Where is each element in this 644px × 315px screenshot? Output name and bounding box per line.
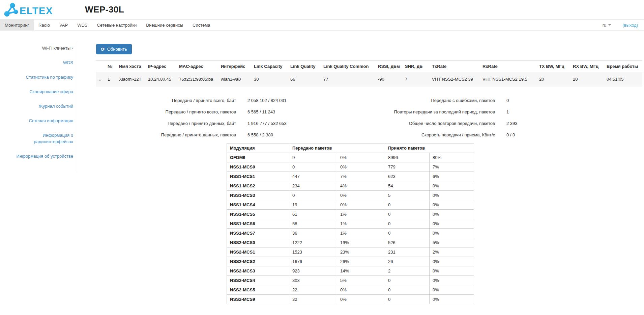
sidebar-item-device-info[interactable]: Информация об устройстве: [17, 149, 73, 163]
clients-col-header-6: Link Quality: [288, 61, 321, 72]
modulation-value: 0%: [430, 285, 474, 295]
modulation-name: NSS1-MCS1: [227, 172, 289, 181]
client-cell-4: wlan1-va0: [219, 72, 252, 86]
modulation-value: 32: [289, 295, 337, 304]
modulation-value: 1222: [289, 238, 337, 247]
modulation-value: 0%: [430, 266, 474, 276]
client-row[interactable]: ⌄ 1Xiaomi-12T10.24.80.4576:f2:31:98:05:b…: [96, 72, 642, 86]
refresh-button-label: Обновить: [107, 47, 127, 52]
tab-external-services[interactable]: Внешние сервисы: [141, 20, 188, 30]
modulation-value: 526: [385, 238, 430, 247]
modulation-value: 26%: [337, 257, 385, 266]
modulation-value: 14%: [337, 266, 385, 276]
modulation-value: 0%: [430, 295, 474, 304]
modulation-value: 19: [289, 200, 337, 210]
main-nav: МониторингRadioVAPWDSСетевые настройкиВн…: [0, 19, 644, 31]
brand-text: ELTEX: [20, 5, 53, 16]
client-cell-2: 10.24.80.45: [146, 72, 177, 86]
sidebar-item-traffic-stats[interactable]: Статистика по трафику: [26, 70, 73, 84]
modulation-value: 623: [385, 172, 430, 181]
client-cell-9: 7: [403, 72, 430, 86]
client-cell-13: 20: [571, 72, 605, 86]
app-header: ELTEX WEP-30L: [0, 0, 644, 19]
refresh-button[interactable]: ⟳ Обновить: [96, 44, 132, 54]
modulation-row-NSS1-MCS5: NSS1-MCS5611%00%: [227, 210, 474, 219]
modulation-value: 0%: [430, 210, 474, 219]
client-cell-3: 76:f2:31:98:05:ba: [177, 72, 219, 86]
modulation-row-OFDM6: OFDM690%899680%: [227, 153, 474, 162]
nav-tabs: МониторингRadioVAPWDSСетевые настройкиВн…: [0, 20, 215, 30]
modulation-table-body: OFDM690%899680%NSS1-MCS000%7797%NSS1-MCS…: [227, 153, 474, 304]
tab-network-settings[interactable]: Сетевые настройки: [92, 20, 141, 30]
stat-label: Общее число повторов передачи, пакетов: [320, 121, 495, 126]
modulation-value: 0%: [337, 200, 385, 210]
chevron-down-icon: [608, 24, 611, 26]
tab-radio[interactable]: Radio: [34, 20, 55, 30]
sidebar-item-radio-info[interactable]: Информация о радиоинтерфейсах: [10, 128, 73, 149]
modulation-value: 26: [385, 257, 430, 266]
modulation-value: 5%: [337, 276, 385, 285]
expand-column-header: [96, 61, 106, 72]
page-title: WEP-30L: [85, 4, 124, 15]
modulation-value: 54: [385, 181, 430, 191]
stat-label: Передано / принято данных, байт: [96, 121, 236, 126]
modulation-row-NSS2-MCS2: NSS2-MCS2167626%260%: [227, 257, 474, 266]
sidebar-item-event-log[interactable]: Журнал событий: [39, 99, 73, 113]
modulation-row-NSS1-MCS4: NSS1-MCS4190%00%: [227, 200, 474, 210]
modulation-name: NSS1-MCS4: [227, 200, 289, 210]
expand-cell[interactable]: ⌄: [96, 72, 106, 86]
modulation-value: 779: [385, 162, 430, 172]
clients-col-header-5: Link Capacity: [252, 61, 288, 72]
expand-chevron-icon[interactable]: ⌄: [98, 78, 102, 81]
stat-value: 2 393: [495, 121, 518, 126]
clients-table: №Имя хостаIP-адресMAC-адресИнтерфейсLink…: [96, 60, 642, 86]
modulation-value: 0%: [430, 276, 474, 285]
modulation-row-NSS2-MCS3: NSS2-MCS392314%20%: [227, 266, 474, 276]
modulation-value: 22: [289, 285, 337, 295]
modulation-row-NSS2-MCS1: NSS2-MCS1152323%2312%: [227, 247, 474, 257]
modulation-value: 0: [385, 295, 430, 304]
modulation-value: 58: [289, 219, 337, 229]
modulation-value: 7%: [430, 162, 474, 172]
modulation-value: 6%: [430, 172, 474, 181]
main-content: ⟳ Обновить №Имя хостаIP-адресMAC-адресИн…: [78, 31, 644, 315]
sidebar-item-network-info[interactable]: Сетевая информация: [29, 113, 73, 128]
modulation-value: 0%: [337, 285, 385, 295]
logout-link[interactable]: (выход): [622, 23, 638, 28]
modulation-header-row: Модуляция Передано пакетов Принято пакет…: [227, 143, 474, 153]
nav-right: ru (выход): [603, 20, 644, 30]
stats-right-column: Передано с ошибками, пакетов0Повторы пер…: [320, 95, 518, 140]
molecule-icon: [4, 3, 18, 17]
client-stats: Передано / принято всего, байт2 058 102 …: [96, 95, 642, 140]
clients-col-header-10: TxRate: [430, 61, 480, 72]
sidebar-item-wds[interactable]: WDS: [63, 55, 73, 70]
language-selector[interactable]: ru: [603, 23, 611, 28]
modulation-row-NSS2-MCS4: NSS2-MCS43035%00%: [227, 276, 474, 285]
tab-vap[interactable]: VAP: [55, 20, 72, 30]
modulation-name: NSS1-MCS0: [227, 162, 289, 172]
modulation-row-NSS2-MCS5: NSS2-MCS5220%00%: [227, 285, 474, 295]
modulation-value: 303: [289, 276, 337, 285]
tab-monitoring[interactable]: Мониторинг: [0, 20, 34, 30]
modulation-value: 234: [289, 181, 337, 191]
sidebar: Wi-Fi клиенты ›WDSСтатистика по трафикуС…: [0, 31, 78, 315]
modulation-value: 7%: [337, 172, 385, 181]
clients-col-header-0: №: [106, 61, 117, 72]
refresh-icon: ⟳: [101, 47, 105, 52]
modulation-value: 0: [289, 191, 337, 200]
sidebar-menu: Wi-Fi клиенты ›WDSСтатистика по трафикуС…: [0, 41, 78, 172]
sidebar-item-air-scan[interactable]: Сканирование эфира: [29, 84, 73, 99]
language-label: ru: [603, 23, 607, 28]
modulation-value: 0%: [337, 153, 385, 162]
tab-system[interactable]: Система: [188, 20, 215, 30]
modulation-name: NSS1-MCS5: [227, 210, 289, 219]
sidebar-item-wifi-clients[interactable]: Wi-Fi клиенты ›: [42, 41, 73, 55]
modulation-value: 0%: [430, 219, 474, 229]
stat-value: 6 558 / 2 380: [236, 132, 320, 137]
tab-wds[interactable]: WDS: [72, 20, 92, 30]
clients-col-header-8: RSSI, дБм: [376, 61, 403, 72]
modulation-value: 0%: [430, 257, 474, 266]
clients-col-header-7: Link Quality Common: [321, 61, 376, 72]
modulation-name: NSS1-MCS2: [227, 181, 289, 191]
modulation-value: 1%: [337, 229, 385, 238]
